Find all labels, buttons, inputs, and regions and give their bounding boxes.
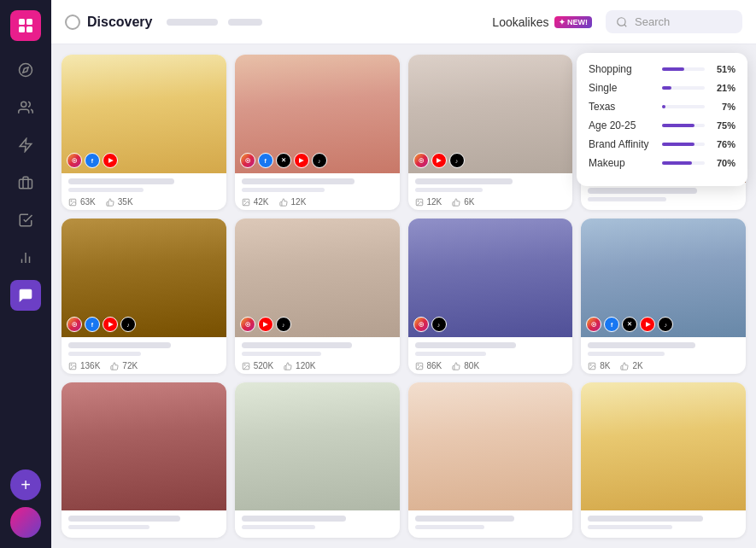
influencer-card[interactable] xyxy=(235,382,400,538)
affinity-row: Shopping 51% xyxy=(589,63,735,75)
posts-stat: 42K xyxy=(242,197,269,207)
yt-social-icon: ▶ xyxy=(103,317,118,332)
app-logo[interactable] xyxy=(10,10,41,41)
yt-social-icon: ▶ xyxy=(294,153,309,168)
card-name-bar xyxy=(588,188,696,194)
influencer-card[interactable]: ◎f✕▶♪ 42K 12K xyxy=(235,55,400,210)
briefcase-icon xyxy=(18,175,33,190)
card-image: ◎f▶ xyxy=(62,55,226,173)
social-icons: ◎f▶ xyxy=(67,153,118,168)
affinity-label: Single xyxy=(589,82,657,94)
svg-rect-1 xyxy=(26,19,32,25)
influencer-card[interactable]: ◎▶♪ 520K 120K xyxy=(235,219,400,374)
card-name-bar xyxy=(68,516,180,522)
svg-point-20 xyxy=(71,364,72,364)
card-name-bar xyxy=(415,516,515,522)
image-icon xyxy=(68,198,77,207)
likes-count: 2K xyxy=(632,361,642,370)
card-stats: 12K 6K xyxy=(415,197,566,207)
chat-icon xyxy=(18,288,33,303)
card-image: ◎f✕▶♪ xyxy=(581,219,746,337)
affinity-percent: 21% xyxy=(710,83,735,93)
affinity-row: Age 20-25 75% xyxy=(589,120,735,131)
discovery-label: Discovery xyxy=(87,15,153,30)
influencer-card[interactable]: ◎♪ 86K 80K xyxy=(408,219,573,374)
sidebar-item-lightning[interactable] xyxy=(10,130,41,160)
card-info xyxy=(62,510,226,538)
yt-social-icon: ▶ xyxy=(103,153,118,168)
card-stats: 136K 72K xyxy=(68,361,220,370)
card-sub-bar xyxy=(588,352,665,356)
add-button[interactable]: + xyxy=(10,469,41,500)
ig-social-icon: ◎ xyxy=(240,317,255,332)
card-sub-bar xyxy=(588,525,672,529)
discovery-icon xyxy=(65,15,80,30)
affinity-bar-fill xyxy=(662,105,665,108)
influencer-card[interactable] xyxy=(408,382,573,538)
posts-count: 520K xyxy=(254,361,273,370)
likes-stat: 12K xyxy=(279,197,307,207)
card-info: 136K 72K xyxy=(62,337,226,374)
svg-point-14 xyxy=(71,200,72,201)
sidebar-item-chart[interactable] xyxy=(10,242,41,273)
sidebar-item-compass[interactable] xyxy=(10,55,41,85)
affinity-percent: 7% xyxy=(710,102,735,112)
social-icons: ◎▶♪ xyxy=(413,153,465,168)
card-info: 8K 2K xyxy=(581,337,746,374)
discovery-nav[interactable]: Discovery xyxy=(65,15,153,30)
card-sub-bar xyxy=(415,188,483,192)
fb-social-icon: f xyxy=(604,317,619,332)
card-image: ◎f✕▶♪ xyxy=(235,55,400,173)
tt-social-icon: ♪ xyxy=(120,317,136,332)
social-icons: ◎♪ xyxy=(413,317,447,332)
sidebar-item-check[interactable] xyxy=(10,205,41,236)
like-icon xyxy=(452,362,460,370)
svg-line-12 xyxy=(624,24,627,26)
affinity-bar-bg xyxy=(662,86,705,90)
influencer-card[interactable] xyxy=(581,382,746,538)
influencer-card[interactable]: ◎▶♪ 12K 6K xyxy=(408,55,573,210)
card-sub-bar xyxy=(415,525,484,529)
likes-stat: 2K xyxy=(620,361,642,370)
fb-social-icon: f xyxy=(85,317,100,332)
influencer-card[interactable]: ◎f✕▶♪ 8K 2K xyxy=(581,219,746,374)
lookalikes-button[interactable]: Lookalikes ✦ NEW! xyxy=(492,15,592,29)
yt-social-icon: ▶ xyxy=(258,317,273,332)
svg-point-4 xyxy=(20,64,32,77)
card-name-bar xyxy=(242,342,352,348)
sidebar-item-briefcase[interactable] xyxy=(10,167,41,198)
card-info xyxy=(235,510,400,538)
affinity-row: Brand Affinity 76% xyxy=(589,138,735,150)
like-icon xyxy=(620,362,629,370)
card-sub-bar xyxy=(588,197,666,201)
avatar[interactable] xyxy=(10,507,41,538)
like-icon xyxy=(452,198,460,207)
ig-social-icon: ◎ xyxy=(413,153,429,168)
ig-social-icon: ◎ xyxy=(586,317,601,332)
influencer-card[interactable]: ◎f▶♪ 136K 72K xyxy=(62,219,226,374)
like-icon xyxy=(279,198,288,207)
sidebar-item-people[interactable] xyxy=(10,92,41,123)
influencer-card[interactable]: ◎f▶ 63K 35K xyxy=(62,55,226,210)
header-pill-1 xyxy=(167,19,218,26)
affinity-percent: 51% xyxy=(710,64,735,74)
tw-social-icon: ✕ xyxy=(276,153,291,168)
likes-stat: 120K xyxy=(284,361,315,370)
affinity-row: Single 21% xyxy=(589,82,735,94)
sidebar-item-chat[interactable] xyxy=(10,280,41,311)
svg-point-18 xyxy=(417,200,418,201)
search-box[interactable]: Search xyxy=(606,10,742,33)
card-image: ◎▶♪ xyxy=(235,219,400,337)
influencer-card[interactable] xyxy=(62,382,226,538)
svg-point-26 xyxy=(590,364,591,364)
search-icon xyxy=(616,16,628,28)
affinity-bar-fill xyxy=(662,161,692,165)
likes-count: 6K xyxy=(464,197,474,207)
card-sub-bar xyxy=(242,188,325,192)
card-info: 42K 12K xyxy=(235,173,400,210)
affinity-row: Makeup 70% xyxy=(589,157,735,169)
ig-social-icon: ◎ xyxy=(240,153,255,168)
lightning-icon xyxy=(18,137,33,153)
tt-social-icon: ♪ xyxy=(658,317,673,332)
likes-count: 72K xyxy=(122,361,138,370)
